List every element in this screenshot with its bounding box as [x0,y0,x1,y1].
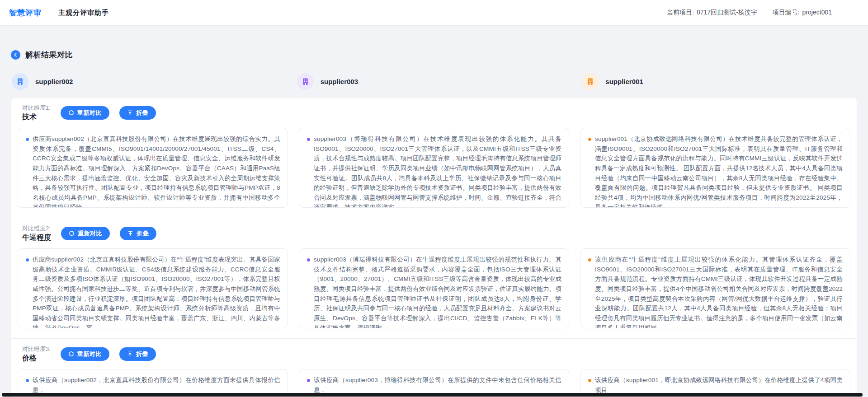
dimension-section-2: 对比维度2: 牛逼程度 重新对比 折叠 供应 [11,218,857,339]
building-icon [12,73,28,90]
bullet-icon [588,138,591,141]
dimension-name: 价格 [22,353,51,363]
bullet-icon [26,138,29,141]
analysis-card: 供应商supplier002（北京直真科技股份有限公司）在“牛逼程度”维度表现突… [18,248,288,328]
current-project-value: 0717回归测试-杨汶宇 [697,9,757,17]
analysis-card: supplier001（北京协成致远网络科技有限公司）在技术维度具备较完整的管理… [580,128,850,208]
analysis-text: supplier003（博瑞得科技有限公司）在牛逼程度维度上展现出较强的规范性和… [314,256,561,328]
collapse-button[interactable]: 折叠 [119,106,156,120]
collapse-up-icon [127,351,133,357]
back-button[interactable] [11,50,20,60]
bullet-icon [307,138,310,141]
dimension-name: 牛逼程度 [22,233,51,243]
bullet-icon [26,258,29,262]
refresh-icon [68,110,74,116]
brand-title: 智慧评审 [9,8,42,18]
collapse-label: 折叠 [136,350,148,358]
collapse-up-icon [127,230,133,236]
project-code-value: project001 [802,9,832,17]
recompare-label: 重新对比 [78,229,102,238]
supplier-name: supplier001 [605,78,643,85]
analysis-text: 该供应商（supplier003，博瑞得科技有限公司）在所提供的文件中未包含任何… [314,377,561,393]
building-icon [582,73,599,90]
collapse-button[interactable]: 折叠 [119,347,156,361]
collapse-button[interactable]: 折叠 [120,227,156,240]
project-code-label: 项目编号: [773,9,800,17]
project-code-meta: 项目编号: project001 [773,9,832,17]
analysis-text: 供应商supplier002（北京直真科技股份有限公司）在“牛逼程度”维度表现突… [33,256,280,328]
collapse-label: 折叠 [136,109,148,117]
supplier-header-row: supplier002 supplier003 supplier001 [11,73,857,90]
bullet-icon [588,258,591,262]
page-title: 主观分评审助手 [58,9,109,17]
supplier-header: supplier003 [297,73,571,90]
analysis-card: 供应商supplier002（北京直真科技股份有限公司）在技术维度展现出较强的综… [18,128,288,208]
bullet-icon [307,379,310,382]
section-title: 解析结果对比 [25,50,73,60]
analysis-card: supplier003（博瑞得科技有限公司）在技术维度表现出较强的体系化能力。其… [299,128,569,208]
analysis-text: 供应商supplier002（北京直真科技股份有限公司）在技术维度展现出较强的综… [33,135,280,208]
bullet-icon [588,379,591,382]
dimension-label: 对比维度1: [22,104,51,112]
supplier-name: supplier002 [35,78,73,85]
recompare-button[interactable]: 重新对比 [61,347,109,361]
refresh-icon [69,230,75,236]
horizontal-scrollbar[interactable] [2,393,863,397]
analysis-text: supplier003（博瑞得科技有限公司）在技术维度表现出较强的体系化能力。其… [314,135,561,208]
dimension-name: 技术 [22,112,51,122]
bullet-icon [26,379,29,382]
top-bar: 智慧评审 主观分评审助手 当前项目: 0717回归测试-杨汶宇 项目编号: pr… [0,0,868,26]
supplier-header: supplier002 [12,73,286,90]
analysis-card: 该供应商在“牛逼程度”维度上展现出较强的体系化能力。其管理体系认证齐全，覆盖IS… [580,248,850,328]
collapse-label: 折叠 [137,229,149,238]
recompare-button[interactable]: 重新对比 [61,227,110,240]
dimension-section-1: 对比维度1: 技术 重新对比 折叠 供应商s [11,98,857,218]
dimension-label: 对比维度2: [22,224,51,233]
collapse-up-icon [127,110,133,116]
analysis-text: 该供应商在“牛逼程度”维度上展现出较强的体系化能力。其管理体系认证齐全，覆盖IS… [595,256,843,328]
current-project-label: 当前项目: [667,9,694,17]
dimension-section-3: 对比维度3: 价格 重新对比 折叠 该供应商 [11,339,857,397]
dimension-label: 对比维度3: [22,345,51,353]
analysis-text: 该供应商（supplier001，即北京协成致远网络科技有限公司）在价格维度上提… [595,377,843,393]
arrow-left-icon [13,52,18,57]
supplier-header: supplier001 [582,73,856,90]
analysis-text: 该供应商（supplier002，北京直真科技股份有限公司）在价格维度方面未提供… [33,377,280,393]
refresh-icon [68,351,74,357]
analysis-card: supplier003（博瑞得科技有限公司）在牛逼程度维度上展现出较强的规范性和… [299,248,569,328]
bullet-icon [307,258,310,262]
analysis-text: supplier001（北京协成致远网络科技有限公司）在技术维度具备较完整的管理… [595,135,843,208]
current-project-meta: 当前项目: 0717回归测试-杨汶宇 [667,9,757,17]
recompare-label: 重新对比 [77,109,102,117]
building-icon [297,73,314,90]
recompare-label: 重新对比 [77,350,102,358]
supplier-name: supplier003 [321,78,358,85]
comparison-panel: 对比维度1: 技术 重新对比 折叠 供应商s [11,97,857,397]
recompare-button[interactable]: 重新对比 [61,106,109,120]
title-divider [50,9,50,17]
